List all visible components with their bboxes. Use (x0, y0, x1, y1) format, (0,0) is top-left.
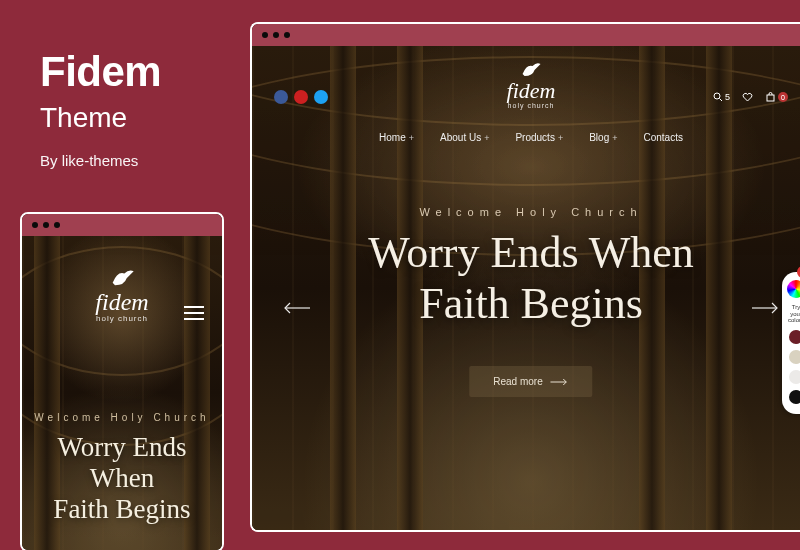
traffic-light-dot (43, 222, 49, 228)
hero-section: fidem holy church 5 0 Home About Us (252, 46, 800, 530)
social-links (274, 90, 328, 104)
color-swatch[interactable] (789, 330, 800, 344)
nav-home[interactable]: Home (379, 132, 414, 143)
headline-line-3: Faith Begins (32, 494, 212, 525)
svg-point-0 (714, 93, 720, 99)
color-try-label: Try your colors (786, 304, 800, 324)
svg-line-1 (719, 99, 722, 102)
hero-headline: Worry Ends When Faith Begins (32, 432, 212, 525)
color-try-widget[interactable]: 5 Try your colors (782, 272, 800, 414)
dove-icon (108, 266, 136, 288)
facebook-icon[interactable] (274, 90, 288, 104)
theme-title: Fidem (40, 48, 161, 96)
nav-blog[interactable]: Blog (589, 132, 617, 143)
nav-about[interactable]: About Us (440, 132, 489, 143)
window-titlebar (22, 214, 222, 236)
twitter-icon[interactable] (314, 90, 328, 104)
hamburger-icon (184, 306, 204, 320)
headline-line-1: Worry Ends (32, 432, 212, 463)
hero-eyebrow: Welcome Holy Church (22, 412, 222, 423)
color-wheel-icon (787, 280, 800, 298)
top-bar: fidem holy church 5 0 (252, 90, 800, 104)
nav-contacts[interactable]: Contacts (643, 132, 682, 143)
arrow-right-icon (551, 379, 569, 385)
nav-products[interactable]: Products (515, 132, 563, 143)
arrow-left-icon (282, 302, 310, 314)
brand-name: fidem (507, 80, 556, 102)
hero-headline: Worry Ends When Faith Begins (252, 228, 800, 329)
cart-badge: 0 (778, 92, 788, 102)
cta-label: Read more (493, 376, 542, 387)
brand-tagline: holy church (508, 102, 555, 109)
svg-rect-2 (767, 95, 774, 101)
window-titlebar (252, 24, 800, 46)
traffic-light-dot (273, 32, 279, 38)
hero-section-mobile: fidem holy church Welcome Holy Church Wo… (22, 236, 222, 550)
theme-info-panel: Fidem Theme By like-themes (40, 48, 161, 169)
theme-byline: By like-themes (40, 152, 161, 169)
headline-line-2: When (32, 463, 212, 494)
color-swatch[interactable] (789, 390, 800, 404)
brand-name: fidem (95, 290, 148, 314)
search-button[interactable]: 5 (713, 92, 730, 102)
header-tools: 5 0 (713, 92, 788, 102)
wishlist-button[interactable] (742, 92, 753, 102)
slide-next-button[interactable] (752, 294, 780, 320)
cart-button[interactable]: 0 (765, 92, 788, 102)
bag-icon (765, 92, 776, 102)
desktop-preview-window: fidem holy church 5 0 Home About Us (250, 22, 800, 532)
hamburger-menu-button[interactable] (184, 306, 204, 323)
brand-tagline: holy church (96, 314, 148, 323)
traffic-light-dot (284, 32, 290, 38)
traffic-light-dot (32, 222, 38, 228)
theme-subtitle: Theme (40, 102, 161, 134)
color-swatch[interactable] (789, 350, 800, 364)
mobile-preview-window: fidem holy church Welcome Holy Church Wo… (20, 212, 224, 550)
color-swatch[interactable] (789, 370, 800, 384)
traffic-light-dot (54, 222, 60, 228)
main-nav: Home About Us Products Blog Contacts (252, 132, 800, 143)
slide-prev-button[interactable] (282, 294, 310, 320)
read-more-button[interactable]: Read more (469, 366, 592, 397)
brand-logo[interactable]: fidem holy church (95, 266, 148, 323)
youtube-icon[interactable] (294, 90, 308, 104)
heart-icon (742, 92, 753, 102)
arrow-right-icon (752, 302, 780, 314)
hero-eyebrow: Welcome Holy Church (252, 206, 800, 218)
headline-line-2: Faith Begins (252, 279, 800, 330)
traffic-light-dot (262, 32, 268, 38)
headline-line-1: Worry Ends When (252, 228, 800, 279)
search-icon (713, 92, 723, 102)
search-count: 5 (725, 92, 730, 102)
dove-icon (519, 60, 543, 78)
brand-logo[interactable]: fidem holy church (507, 60, 556, 109)
